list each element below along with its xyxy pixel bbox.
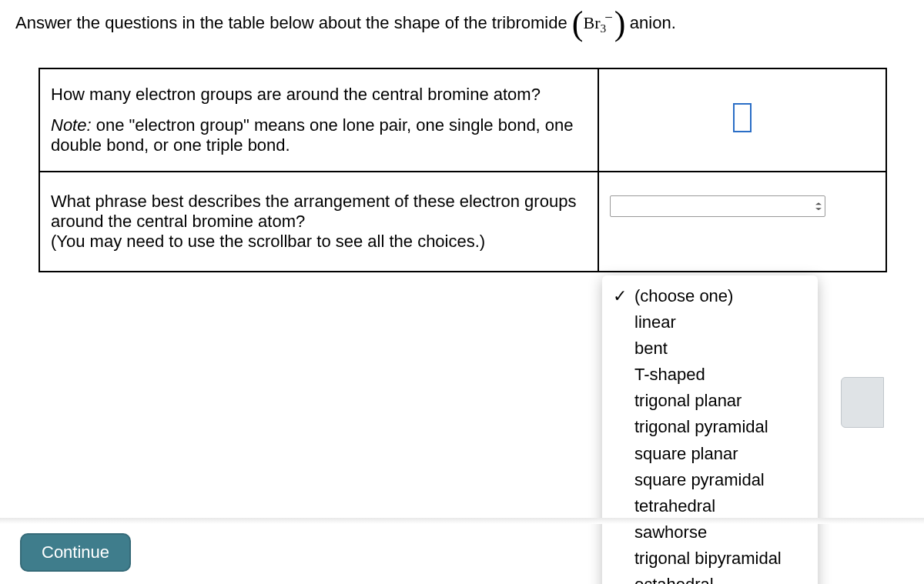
dropdown-option[interactable]: square planar	[602, 441, 818, 467]
formula-base: Br	[583, 13, 600, 32]
close-paren-icon: )	[614, 5, 626, 42]
note-body: one "electron group" means one lone pair…	[51, 115, 574, 155]
dropdown-option[interactable]: bent	[602, 335, 818, 362]
question-cell: What phrase best describes the arrangeme…	[39, 172, 598, 272]
formula-superscript: −	[604, 9, 613, 25]
dropdown-option-selected[interactable]: (choose one)	[602, 283, 818, 309]
dropdown-option[interactable]: T-shaped	[602, 362, 818, 388]
table-row: What phrase best describes the arrangeme…	[39, 172, 886, 272]
question-table: How many electron groups are around the …	[38, 68, 887, 272]
question-cell: How many electron groups are around the …	[39, 68, 598, 172]
question-hint: (You may need to use the scrollbar to se…	[51, 232, 587, 252]
arrangement-dropdown[interactable]: (choose one) linear bent T-shaped trigon…	[602, 275, 818, 584]
prompt-text-before: Answer the questions in the table below …	[15, 13, 572, 32]
electron-groups-input[interactable]	[733, 103, 752, 132]
note-label: Note:	[51, 115, 92, 135]
answer-cell	[598, 68, 886, 172]
question-prompt: Answer the questions in the table below …	[15, 8, 909, 37]
dropdown-option[interactable]: linear	[602, 309, 818, 335]
dropdown-option[interactable]: square pyramidal	[602, 467, 818, 493]
dropdown-option[interactable]: trigonal planar	[602, 388, 818, 414]
arrangement-select[interactable]	[610, 195, 825, 217]
chemical-formula: (Br3−)	[572, 13, 630, 32]
question-note: Note: one "electron group" means one lon…	[51, 115, 587, 155]
question-text: What phrase best describes the arrangeme…	[51, 192, 587, 232]
table-row: How many electron groups are around the …	[39, 68, 886, 172]
dropdown-option[interactable]: tetrahedral	[602, 493, 818, 519]
dropdown-option[interactable]: trigonal pyramidal	[602, 414, 818, 440]
dropdown-option[interactable]: trigonal bipyramidal	[602, 546, 818, 572]
footer-separator	[0, 518, 924, 524]
pager-button[interactable]	[841, 377, 884, 428]
prompt-text-after: anion.	[630, 13, 676, 32]
continue-button[interactable]: Continue	[20, 533, 131, 572]
dropdown-option[interactable]: octahedral	[602, 572, 818, 584]
open-paren-icon: (	[572, 5, 584, 42]
answer-cell	[598, 172, 886, 272]
question-text: How many electron groups are around the …	[51, 85, 587, 105]
